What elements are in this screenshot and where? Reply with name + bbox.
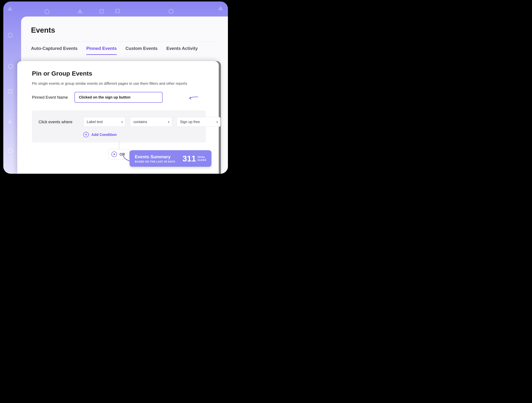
field-select-value: Label text <box>87 120 103 124</box>
summary-subtitle: BASED ON THE LAST 30 DAYS <box>135 160 175 163</box>
plus-circle-icon: + <box>83 132 89 137</box>
value-select[interactable]: Sign up free ▴▾ <box>177 117 221 127</box>
stepper-icon: ▴▾ <box>216 120 218 123</box>
stepper-icon: ▴▾ <box>121 120 123 123</box>
pinned-event-name-input[interactable] <box>75 92 163 103</box>
editor-title: Pin or Group Events <box>32 70 206 77</box>
events-summary-card: Events Summary BASED ON THE LAST 30 DAYS… <box>130 150 211 167</box>
editor-card: Pin or Group Events Pin single events or… <box>17 61 219 174</box>
conditions-block: Click events where Label text ▴▾ contain… <box>32 110 206 143</box>
operator-select[interactable]: contains ▴▾ <box>130 117 172 127</box>
conditions-label: Click events where <box>38 120 79 124</box>
summary-count: 311 <box>182 155 196 163</box>
tab-pinned-events[interactable]: Pinned Events <box>86 46 117 55</box>
editor-description: Pin single events or group similar event… <box>32 82 206 86</box>
tabs: Auto-Captured Events Pinned Events Custo… <box>31 46 218 55</box>
operator-select-value: contains <box>133 120 147 124</box>
tab-custom-events[interactable]: Custom Events <box>126 46 158 55</box>
plus-circle-icon: + <box>111 151 117 157</box>
pinned-event-name-label: Pinned Event Name <box>32 95 68 100</box>
add-condition-button[interactable]: + Add Condition <box>83 132 117 137</box>
arrow-annotation-icon <box>188 95 199 101</box>
field-select[interactable]: Label text ▴▾ <box>83 117 126 127</box>
connector-line <box>119 141 119 149</box>
or-label: OR <box>120 152 125 157</box>
condition-row: Click events where Label text ▴▾ contain… <box>38 117 199 127</box>
add-condition-label: Add Condition <box>91 133 117 137</box>
tab-auto-captured-events[interactable]: Auto-Captured Events <box>31 46 77 55</box>
stepper-icon: ▴▾ <box>168 120 169 123</box>
summary-title: Events Summary <box>135 154 175 159</box>
value-select-value: Sign up free <box>180 120 200 124</box>
name-row: Pinned Event Name <box>32 92 206 103</box>
summary-unit: TOTAL CLICKS <box>197 156 206 161</box>
or-button[interactable]: + OR <box>108 149 130 159</box>
tab-events-activity[interactable]: Events Activity <box>166 46 198 55</box>
page-title: Events <box>31 26 218 34</box>
background-card: Events Auto-Captured Events Pinned Event… <box>3 1 228 174</box>
